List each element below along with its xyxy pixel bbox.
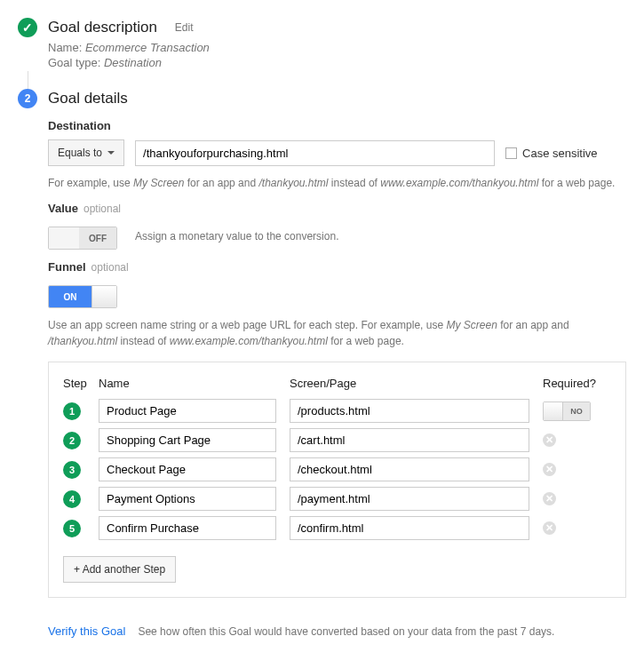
destination-match-dropdown[interactable]: Equals to <box>48 139 124 166</box>
step-page-input[interactable] <box>290 399 529 423</box>
col-page: Screen/Page <box>290 377 543 390</box>
step-page-input[interactable] <box>290 487 529 511</box>
value-description: Assign a monetary value to the conversio… <box>135 230 338 243</box>
funnel-step-row: 5 ✕ <box>63 516 611 540</box>
value-toggle[interactable]: OFF <box>48 227 117 250</box>
step-name-input[interactable] <box>99 487 276 511</box>
value-toggle-off-label: OFF <box>79 227 116 249</box>
chevron-down-icon <box>107 151 115 155</box>
funnel-hint: Use an app screen name string or a web p… <box>48 317 626 349</box>
funnel-step-row: 3 ✕ <box>63 457 611 481</box>
verify-description: See how often this Goal would have conve… <box>138 625 554 638</box>
step-page-input[interactable] <box>290 428 529 452</box>
add-step-button[interactable]: + Add another Step <box>63 556 176 583</box>
remove-step-icon[interactable]: ✕ <box>543 492 556 505</box>
step-name-input[interactable] <box>99 516 276 540</box>
remove-step-icon[interactable]: ✕ <box>543 433 556 447</box>
funnel-step-row: 1 NO <box>63 399 611 423</box>
step2-number-icon: 2 <box>18 89 37 108</box>
funnel-step-row: 2 ✕ <box>63 428 611 452</box>
col-required: Required? <box>543 377 596 390</box>
goal-type-line: Goal type: Destination <box>48 56 626 69</box>
verify-goal-link[interactable]: Verify this Goal <box>48 624 125 638</box>
remove-step-icon[interactable]: ✕ <box>543 463 556 476</box>
step-number-badge: 3 <box>63 461 81 479</box>
step1-complete-icon: ✓ <box>18 18 37 37</box>
col-step: Step <box>63 377 99 390</box>
funnel-toggle[interactable]: ON <box>48 285 117 308</box>
step1-title: Goal description <box>48 19 157 36</box>
edit-link[interactable]: Edit <box>175 21 194 34</box>
case-sensitive-checkbox[interactable] <box>505 147 517 159</box>
destination-label: Destination <box>48 119 626 132</box>
destination-input[interactable] <box>135 140 495 166</box>
col-name: Name <box>99 377 290 390</box>
destination-hint: For example, use My Screen for an app an… <box>48 175 626 191</box>
step-page-input[interactable] <box>290 516 529 540</box>
step-number-badge: 2 <box>63 432 81 449</box>
case-sensitive-label: Case sensitive <box>522 147 598 160</box>
funnel-toggle-on-label: ON <box>49 286 91 307</box>
value-label: Valueoptional <box>48 202 626 215</box>
goal-name-line: Name: Ecommerce Transaction <box>48 41 626 54</box>
step-number-badge: 1 <box>63 402 81 420</box>
funnel-step-row: 4 ✕ <box>63 487 611 511</box>
step-number-badge: 5 <box>63 520 81 537</box>
remove-step-icon[interactable]: ✕ <box>543 521 556 535</box>
funnel-label: Funneloptional <box>48 260 626 274</box>
step-page-input[interactable] <box>290 457 529 481</box>
step-number-badge: 4 <box>63 490 81 508</box>
step-name-input[interactable] <box>99 399 276 423</box>
required-toggle[interactable]: NO <box>543 402 591 421</box>
funnel-steps-panel: Step Name Screen/Page Required? 1 NO 2 ✕… <box>48 362 626 598</box>
step-name-input[interactable] <box>99 428 276 452</box>
step-name-input[interactable] <box>99 457 276 481</box>
destination-match-label: Equals to <box>58 147 102 159</box>
step2-title: Goal details <box>48 90 128 107</box>
